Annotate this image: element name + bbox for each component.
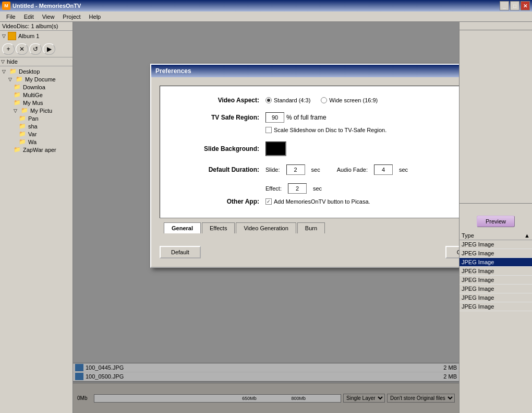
type-row-5[interactable]: JPEG Image: [460, 285, 532, 293]
scale-label: Scale Slideshow on Disc to TV-Safe Regio…: [274, 127, 386, 133]
folder-icon: 📁: [21, 107, 28, 114]
widescreen-option[interactable]: Wide screen (16:9): [321, 97, 378, 103]
effect-sec: sec: [313, 185, 322, 192]
tree-expand-icon: ▽: [2, 69, 8, 74]
menu-view[interactable]: View: [38, 13, 59, 21]
sidebar-toolbar: + ✕ ↺ ▶: [0, 41, 72, 57]
tree-var[interactable]: 📁 Var: [1, 130, 71, 138]
minimize-button[interactable]: _: [500, 1, 509, 10]
type-list: JPEG Image JPEG Image JPEG Image JPEG Im…: [460, 240, 532, 413]
effect-duration-input[interactable]: [288, 183, 307, 194]
duration-row: Default Duration: Slide: sec Audio Fade:…: [176, 164, 459, 175]
tab-general[interactable]: General: [164, 222, 201, 233]
tabs-row: General Effects Video Generation Burn: [160, 222, 459, 233]
preferences-dialog: Preferences ✕ Video Aspect: Standard (4:…: [150, 64, 459, 268]
default-button[interactable]: Default: [160, 246, 201, 258]
scale-checkbox[interactable]: [265, 127, 272, 133]
standard-option[interactable]: Standard (4:3): [265, 97, 310, 103]
dialog-body: Video Aspect: Standard (4:3) Wide screen…: [151, 77, 459, 242]
tree-desktop[interactable]: ▽ 📁 Desktop: [1, 67, 71, 75]
type-row-2[interactable]: JPEG Image: [460, 258, 532, 267]
tree-multigen[interactable]: 📁 MultiGe: [1, 91, 71, 99]
ok-cancel-group: OK Cancel: [445, 246, 459, 258]
tree-mydocs[interactable]: ▽ 📁 My Docume: [1, 75, 71, 83]
type-sort-icon: ▲: [524, 232, 530, 239]
effect-label: Effect:: [265, 185, 282, 192]
audio-fade-label: Audio Fade:: [337, 167, 368, 173]
menu-help[interactable]: Help: [85, 13, 105, 21]
folder-icon: 📁: [14, 146, 21, 153]
slide-bg-label: Slide Background:: [176, 145, 259, 152]
folder-icon: 📁: [14, 99, 21, 106]
other-app-row: Other App: ✓ Add MemoriesOnTV button to …: [176, 198, 459, 205]
type-row-0[interactable]: JPEG Image: [460, 240, 532, 249]
app-icon: M: [2, 2, 10, 10]
duration-controls: Slide: sec Audio Fade: sec: [265, 164, 408, 175]
tree-sha[interactable]: 📁 sha: [1, 122, 71, 130]
type-row-1[interactable]: JPEG Image: [460, 249, 532, 258]
right-scroll-bottom: [460, 203, 532, 211]
refresh-button[interactable]: ↺: [29, 43, 42, 55]
standard-label: Standard (4:3): [274, 97, 310, 103]
type-row-7[interactable]: JPEG Image: [460, 302, 532, 311]
play-button[interactable]: ▶: [43, 43, 55, 55]
slide-duration-input[interactable]: [286, 164, 305, 175]
remove-button[interactable]: ✕: [16, 43, 28, 55]
folder-icon: 📁: [19, 123, 26, 129]
widescreen-radio[interactable]: [321, 97, 327, 103]
type-header-label: Type: [462, 232, 474, 239]
tree-expand-icon: ▽: [8, 77, 15, 82]
tree-expand-icon: ▽: [14, 108, 20, 113]
tree-mymusic[interactable]: 📁 My Mus: [1, 99, 71, 107]
other-app-controls: ✓ Add MemoriesOnTV button to Picasa.: [265, 198, 370, 205]
type-row-3[interactable]: JPEG Image: [460, 267, 532, 276]
menu-file[interactable]: File: [2, 13, 20, 21]
other-app-label: Other App:: [176, 198, 259, 205]
tv-safe-unit: % of full frame: [286, 114, 327, 121]
main-layout: VideoDisc: 1 album(s) ▽ Album 1 + ✕ ↺ ▶ …: [0, 22, 532, 413]
scale-checkbox-row: Scale Slideshow on Disc to TV-Safe Regio…: [265, 127, 459, 133]
type-header: Type ▲: [460, 231, 532, 240]
tree-pan[interactable]: 📁 Pan: [1, 114, 71, 122]
audio-fade-input[interactable]: [374, 164, 393, 175]
type-row-6[interactable]: JPEG Image: [460, 293, 532, 302]
folder-icon: 📁: [16, 76, 23, 82]
slide-label: Slide:: [265, 167, 280, 173]
color-swatch[interactable]: [265, 141, 286, 156]
video-aspect-options: Standard (4:3) Wide screen (16:9): [265, 97, 378, 103]
menu-edit[interactable]: Edit: [20, 13, 38, 21]
maximize-button[interactable]: □: [510, 1, 519, 10]
dialog-title-text: Preferences: [155, 67, 191, 75]
ok-button[interactable]: OK: [445, 246, 459, 258]
menu-project[interactable]: Project: [58, 13, 84, 21]
duration-label: Default Duration:: [176, 166, 259, 173]
tv-safe-controls: % of full frame: [265, 112, 327, 123]
tab-burn[interactable]: Burn: [297, 222, 325, 233]
file-tree: ▽ 📁 Desktop ▽ 📁 My Docume 📁 Downloa 📁 Mu…: [0, 66, 72, 413]
sidebar-header: VideoDisc: 1 album(s): [0, 22, 72, 31]
audio-fade-sec: sec: [399, 167, 408, 173]
slide-background-row: Slide Background:: [176, 141, 459, 156]
tv-safe-input[interactable]: [265, 112, 284, 123]
tab-video-generation[interactable]: Video Generation: [236, 222, 296, 233]
tree-mypictures[interactable]: ▽ 📁 My Pictu: [1, 107, 71, 114]
tv-safe-label: TV Safe Region:: [176, 114, 259, 121]
album-expand: ▽: [2, 33, 6, 39]
tv-safe-row: TV Safe Region: % of full frame: [176, 112, 459, 123]
sidebar: VideoDisc: 1 album(s) ▽ Album 1 + ✕ ↺ ▶ …: [0, 22, 73, 413]
album-label: Album 1: [18, 33, 39, 39]
standard-radio[interactable]: [265, 97, 272, 103]
album-item[interactable]: ▽ Album 1: [0, 31, 72, 41]
tree-downloads[interactable]: 📁 Downloa: [1, 83, 71, 91]
preview-button[interactable]: Preview: [477, 216, 515, 227]
add-button[interactable]: +: [2, 43, 15, 55]
folder-icon: 📁: [14, 91, 21, 98]
tree-zapwar[interactable]: 📁 ZapWar aper: [1, 146, 71, 154]
tree-wa[interactable]: 📁 Wa: [1, 138, 71, 146]
picasa-checkbox[interactable]: ✓: [265, 198, 272, 205]
close-button[interactable]: ✕: [521, 1, 530, 10]
type-row-4[interactable]: JPEG Image: [460, 276, 532, 285]
tab-effects[interactable]: Effects: [202, 222, 235, 233]
window-controls[interactable]: _ □ ✕: [500, 1, 530, 10]
title-bar: M Untitled - MemoriesOnTV _ □ ✕: [0, 0, 532, 11]
